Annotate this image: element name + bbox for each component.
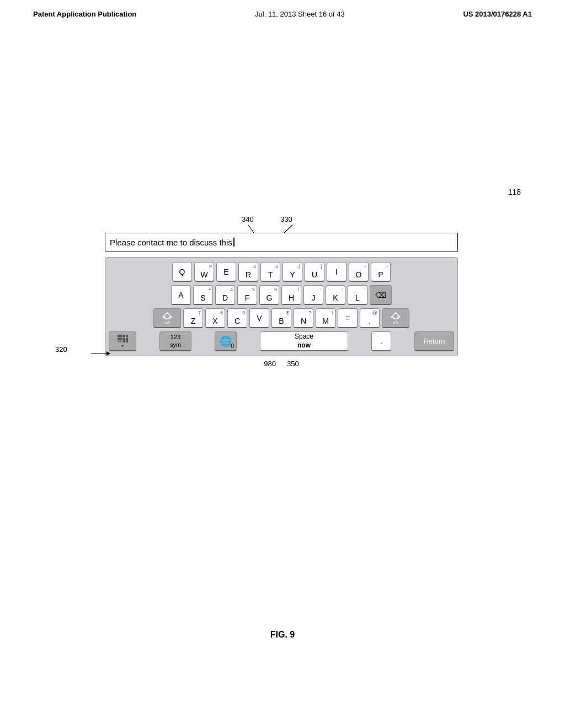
backspace-icon: ⌫ [375,291,386,299]
svg-marker-6 [163,313,172,319]
space-top-label: Space [295,333,313,341]
key-d[interactable]: 4 D [215,285,235,305]
key-u[interactable]: ) U [305,262,324,282]
figure-caption: FIG. 9 [270,630,295,640]
key-p[interactable]: + P [371,262,391,282]
key-row-1: Q # W E 2 R 3 T ( Y [109,262,454,282]
text-input-value: Please contact me to discuss this [110,238,232,247]
shift-up-icon [162,312,172,319]
key-z[interactable]: 7 Z [183,308,203,328]
key-j[interactable]: : J [303,285,323,305]
key-b[interactable]: $ B [271,308,291,328]
header-center: Jul. 11, 2013 Sheet 16 of 43 [255,10,345,18]
key-grid-sym[interactable]: ▼ [109,331,136,351]
key-q[interactable]: Q [172,262,192,282]
key-x[interactable]: 8 X [205,308,225,328]
key-s[interactable]: • S [193,285,213,305]
key-o[interactable]: - O [349,262,369,282]
emoji-icon: 🌐 [220,335,232,347]
label-340: 340 [242,215,254,223]
key-r[interactable]: 2 R [238,262,258,282]
key-dot[interactable]: @ . [360,308,380,328]
key-k[interactable]: ; K [326,285,345,305]
key-row-2: A • S 4 D 5 F 6 G / [109,285,454,305]
key-period-bottom[interactable]: . [371,331,391,351]
diagram-area: 340 330 Please contact me to discuss thi… [105,215,458,368]
ref-118-label: 118 [508,188,521,196]
key-emoji[interactable]: 🌐 0 [215,331,237,351]
key-w[interactable]: # W [194,262,214,282]
keyboard: Q # W E 2 R 3 T ( Y [105,257,458,356]
key-e[interactable]: E [216,262,236,282]
label-350: 350 [287,360,299,368]
shift-right-icon [391,312,401,319]
key-f[interactable]: 5 F [237,285,257,305]
page-header: Patent Application Publication Jul. 11, … [0,0,565,24]
text-input-box[interactable]: Please contact me to discuss this [105,233,458,251]
svg-marker-7 [391,313,400,319]
key-v[interactable]: V [249,308,269,328]
key-row-4: ▼ 123 sym 🌐 0 Space now [109,331,454,351]
label-320: 320 [55,345,67,354]
key-n[interactable]: ? N [294,308,313,328]
key-i[interactable]: I [327,262,347,282]
header-right: US 2013/0176228 A1 [463,10,532,18]
key-m[interactable]: ! M [316,308,335,328]
key-row-3: aA 7 Z 8 X 9 C V $ [109,308,454,328]
return-label: Return [423,337,445,345]
key-return[interactable]: Return [414,331,454,351]
label-980: 980 [264,360,276,368]
bottom-labels: 980 350 [105,360,458,368]
key-y[interactable]: ( Y [282,262,302,282]
key-shift-right[interactable]: aA [382,308,409,328]
key-backspace[interactable]: ⌫ [370,285,392,305]
key-h[interactable]: / H [281,285,301,305]
key-t[interactable]: 3 T [260,262,280,282]
key-equals[interactable]: = [338,308,358,328]
key-a[interactable]: A [171,285,191,305]
key-g[interactable]: 6 G [259,285,279,305]
grid-icon [118,335,128,342]
space-bottom-label: now [295,341,313,350]
text-cursor [233,238,234,247]
key-c[interactable]: 9 C [227,308,247,328]
key-space[interactable]: Space now [260,331,348,351]
text-input-container: Please contact me to discuss this [105,233,458,251]
labels-container: 340 330 [105,215,458,232]
key-shift-left[interactable]: aA [153,308,181,328]
header-left: Patent Application Publication [33,10,136,18]
label-330: 330 [280,215,292,223]
key-123-sym[interactable]: 123 sym [159,331,191,351]
key-l[interactable]: ' L [348,285,367,305]
